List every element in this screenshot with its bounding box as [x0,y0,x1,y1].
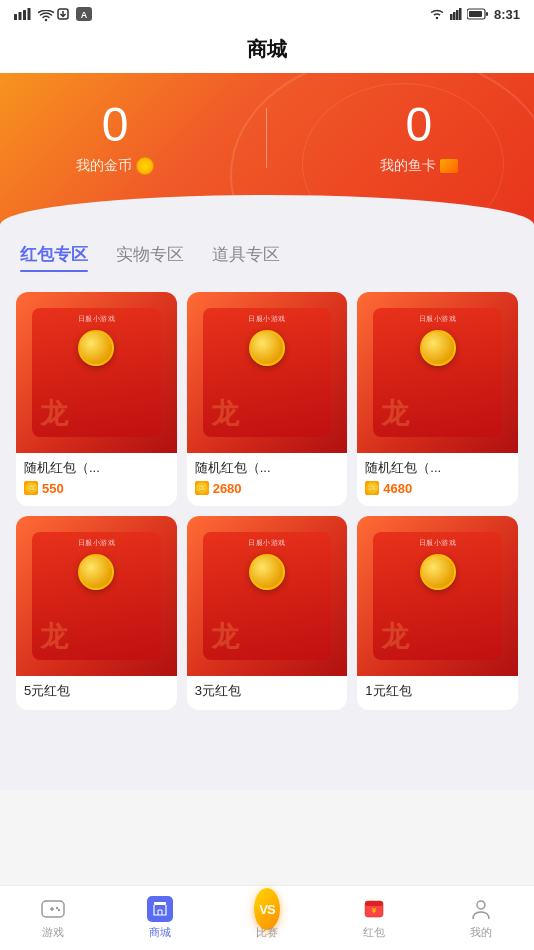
product-info: 随机红包（... 🪙 550 [16,453,177,496]
product-name: 1元红包 [365,682,510,700]
battery-icon [467,8,489,20]
price-icon: 🪙 [195,481,209,495]
svg-rect-9 [453,12,456,20]
env-label: 日服小游戏 [78,314,116,324]
red-envelope: 日服小游戏 龙 [32,308,161,437]
tab-props[interactable]: 道具专区 [212,243,280,272]
svg-rect-1 [19,12,22,20]
product-image: 日服小游戏 龙 [16,292,177,453]
svg-point-18 [56,907,58,909]
game-icon [40,896,66,922]
bottom-nav: 游戏 商城 VS 比赛 ¥ 红包 [0,885,534,950]
price-icon: 🪙 [24,481,38,495]
envelope-decoration: 龙 [40,395,68,433]
env-label: 日服小游戏 [248,314,286,324]
status-right: 8:31 [429,7,520,22]
product-card[interactable]: 日服小游戏 龙 5元红包 [16,516,177,711]
envelope-decoration: 龙 [381,395,409,433]
product-image: 日服小游戏 龙 [357,516,518,677]
coins-label: 我的金币 [76,157,154,175]
svg-rect-8 [450,14,453,20]
envelope-coin [249,554,285,590]
product-info: 1元红包 [357,676,518,700]
product-name: 随机红包（... [24,459,169,477]
product-name: 3元红包 [195,682,340,700]
svg-rect-0 [14,14,17,20]
envelope-coin [78,330,114,366]
wifi-icon [38,8,50,20]
red-envelope: 日服小游戏 龙 [32,532,161,661]
red-envelope: 日服小游戏 龙 [203,308,332,437]
product-price: 🪙 4680 [365,481,510,496]
env-label: 日服小游戏 [78,538,116,548]
red-envelope: 日服小游戏 龙 [373,308,502,437]
product-name: 随机红包（... [365,459,510,477]
product-price: 🪙 2680 [195,481,340,496]
signal-bars-icon [450,8,462,20]
product-card[interactable]: 日服小游戏 龙 随机红包（... 🪙 550 [16,292,177,506]
nav-item-redpacket[interactable]: ¥ 红包 [320,896,427,940]
card-section: 0 我的鱼卡 [380,101,458,175]
product-card[interactable]: 日服小游戏 龙 随机红包（... 🪙 2680 [187,292,348,506]
nav-label-mine: 我的 [470,925,492,940]
signal-icon [14,8,32,20]
store-icon [147,896,173,922]
banner-section: 0 我的金币 0 我的鱼卡 [0,73,534,225]
product-card[interactable]: 日服小游戏 龙 3元红包 [187,516,348,711]
nav-item-vs[interactable]: VS 比赛 [214,896,321,940]
mine-icon [468,896,494,922]
product-info: 随机红包（... 🪙 4680 [357,453,518,496]
banner-wave [0,195,534,225]
card-icon [440,159,458,173]
card-value: 0 [405,101,432,149]
env-label: 日服小游戏 [419,538,457,548]
coins-section: 0 我的金币 [76,101,154,175]
nav-item-store[interactable]: 商城 [107,896,214,940]
envelope-coin [420,554,456,590]
nav-item-mine[interactable]: 我的 [427,896,534,940]
product-image: 日服小游戏 龙 [187,516,348,677]
coins-value: 0 [102,101,129,149]
product-image: 日服小游戏 龙 [187,292,348,453]
product-info: 随机红包（... 🪙 2680 [187,453,348,496]
svg-rect-3 [28,8,31,20]
svg-rect-11 [459,8,462,20]
envelope-decoration: 龙 [40,618,68,656]
coin-icon [136,157,154,175]
tab-redpacket[interactable]: 红包专区 [20,243,88,272]
nav-item-game[interactable]: 游戏 [0,896,107,940]
product-price: 🪙 550 [24,481,169,496]
status-bar: A 8:31 [0,0,534,28]
env-label: 日服小游戏 [419,314,457,324]
svg-text:¥: ¥ [372,906,377,915]
page-header: 商城 [0,28,534,73]
redpacket-nav-icon: ¥ [361,896,387,922]
app-icon: A [76,7,92,21]
red-envelope: 日服小游戏 龙 [203,532,332,661]
envelope-decoration: 龙 [211,395,239,433]
product-name: 5元红包 [24,682,169,700]
product-name: 随机红包（... [195,459,340,477]
banner-divider [266,108,267,168]
products-section: 日服小游戏 龙 随机红包（... 🪙 550 日服小游戏 [0,280,534,790]
tabs: 红包专区 实物专区 道具专区 [20,243,514,272]
product-info: 5元红包 [16,676,177,700]
status-left-icons: A [14,7,92,21]
envelope-coin [249,330,285,366]
svg-text:A: A [81,10,88,20]
tab-physical[interactable]: 实物专区 [116,243,184,272]
envelope-decoration: 龙 [381,618,409,656]
vs-icon: VS [254,896,280,922]
product-image: 日服小游戏 龙 [16,516,177,677]
svg-rect-20 [154,902,166,905]
products-grid: 日服小游戏 龙 随机红包（... 🪙 550 日服小游戏 [16,292,518,710]
price-icon: 🪙 [365,481,379,495]
product-card[interactable]: 日服小游戏 龙 1元红包 [357,516,518,711]
nav-label-vs: 比赛 [256,925,278,940]
download-icon [56,7,70,21]
product-info: 3元红包 [187,676,348,700]
product-card[interactable]: 日服小游戏 龙 随机红包（... 🪙 4680 [357,292,518,506]
nav-label-redpacket: 红包 [363,925,385,940]
svg-rect-13 [469,11,482,17]
time-display: 8:31 [494,7,520,22]
